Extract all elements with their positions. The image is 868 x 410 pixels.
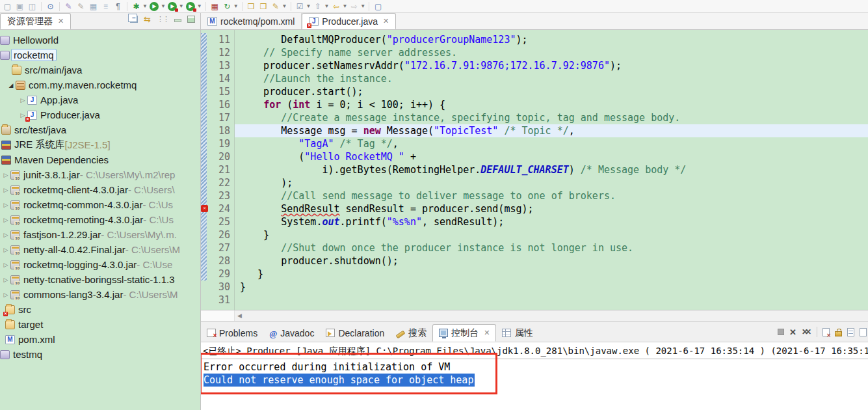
tab-javadoc[interactable]: @Javadoc [263, 324, 320, 342]
tab-producer-java[interactable]: JProducer.java✕ [302, 13, 396, 29]
code-line[interactable]: } [235, 280, 868, 294]
console-output-line[interactable]: Error occurred during initialization of … [204, 361, 868, 374]
chevron-collapsed-icon[interactable]: ▷ [1, 247, 10, 253]
toggle-mark-occurrences-icon[interactable]: ✎ [63, 1, 74, 12]
code-line[interactable]: producer.start(); [235, 85, 868, 98]
dropdown-arrow-icon[interactable]: ▼ [233, 3, 239, 9]
close-icon[interactable]: ✕ [484, 329, 490, 337]
dropdown-arrow-icon[interactable]: ▼ [360, 3, 365, 9]
clear-console-icon[interactable] [822, 328, 830, 336]
run-icon[interactable]: ▶ [149, 1, 160, 12]
code-line[interactable]: System.out.printf("%s%n", sendResult); [235, 215, 868, 228]
tree-item-rocketmq-common-4-3-0-jar[interactable]: ▷rocketmq-common-4.3.0.jar - C:\Us [0, 197, 200, 212]
code-line[interactable]: i).getBytes(RemotingHelper.DEFAULT_CHARS… [235, 163, 868, 176]
code-line[interactable]: DefaultMQProducer("producerGroupName123"… [235, 33, 868, 46]
tree-item-com-my-maven-rocketmq[interactable]: ◢com.my.maven.rocketmq [0, 77, 200, 92]
dropdown-arrow-icon[interactable]: ▼ [197, 3, 202, 9]
tab-搜索[interactable]: 搜索 [390, 324, 432, 342]
code-line[interactable]: } [235, 267, 868, 280]
chevron-collapsed-icon[interactable]: ▷ [1, 232, 10, 238]
tree-item-rocketmq-logging-4-3-0-jar[interactable]: ▷rocketmq-logging-4.3.0.jar - C:\Use [0, 257, 200, 272]
code-line[interactable]: producer.setNamesrvAddr("172.16.7.91:987… [235, 59, 868, 72]
code-line[interactable]: producer.shutdown(); [235, 254, 868, 267]
save-icon[interactable]: ▣ [14, 1, 25, 12]
tree-item-app-java[interactable]: ▷JApp.java [0, 92, 200, 107]
tree-item-rocketmq-client-4-3-0-jar[interactable]: ▷rocketmq-client-4.3.0.jar - C:\Users\ [0, 182, 200, 197]
error-marker-icon[interactable]: ✕ [201, 205, 208, 212]
dropdown-arrow-icon[interactable]: ▼ [161, 3, 166, 9]
terminate-icon[interactable] [778, 329, 784, 335]
collapse-all-icon[interactable] [130, 16, 138, 23]
maximize-icon[interactable] [187, 16, 195, 23]
debug-icon[interactable]: ✱ [131, 1, 142, 12]
brush-icon[interactable]: ✎ [270, 1, 282, 12]
chevron-collapsed-icon[interactable]: ▷ [1, 292, 10, 298]
dropdown-arrow-icon[interactable]: ▼ [324, 3, 329, 9]
open-folder-icon[interactable]: ❒ [246, 1, 257, 12]
chevron-expanded-icon[interactable]: ◢ [7, 82, 16, 89]
chevron-collapsed-icon[interactable]: ▷ [1, 262, 10, 268]
code-line[interactable]: ("Hello RocketMQ " + [235, 150, 868, 163]
run-external-icon[interactable]: ▶ [167, 1, 178, 12]
tree-item-rocketmq-remoting-4-3-0-jar[interactable]: ▷rocketmq-remoting-4.3.0.jar - C:\Us [0, 212, 200, 227]
dropdown-arrow-icon[interactable]: ▼ [342, 3, 347, 9]
code-line[interactable]: // Specify name server addresses. [235, 46, 868, 59]
chevron-collapsed-icon[interactable]: ▷ [18, 97, 27, 103]
refresh-icon[interactable]: ↻ [222, 1, 233, 12]
tree-item-target[interactable]: target [0, 317, 200, 332]
code-line[interactable]: "TagA" /* Tag */, [235, 137, 868, 150]
scroll-lock-icon[interactable] [835, 331, 842, 336]
preview-icon[interactable]: ≡ [100, 1, 111, 12]
code-line[interactable]: } [235, 228, 868, 241]
code-line[interactable]: for (int i = 0; i < 100; i++) { [235, 98, 868, 111]
code-editor[interactable]: 1112131415161718192021222324252627282930… [201, 30, 868, 310]
chevron-collapsed-icon[interactable]: ▷ [1, 172, 10, 178]
tab-declaration[interactable]: Declaration [320, 324, 390, 342]
dropdown-arrow-icon[interactable]: ▼ [179, 3, 184, 9]
remove-all-launches-icon[interactable]: ✕✕ [802, 328, 811, 336]
open-folder2-icon[interactable]: ❒ [258, 1, 269, 12]
task-icon[interactable]: ☑ [295, 1, 306, 12]
up-icon[interactable]: ⇧ [312, 1, 323, 12]
tab-resource-explorer[interactable]: 资源管理器 ✕ [0, 13, 71, 29]
tab-属性[interactable]: 属性 [496, 324, 538, 342]
code-line[interactable]: ); [235, 176, 868, 189]
tab-rocketmq-pom-xml[interactable]: Mrocketmq/pom.xml [201, 13, 302, 29]
code-line[interactable]: SendResult sendResult = producer.send(ms… [235, 202, 868, 215]
tree-item-netty-tcnative-boringssl-static-1-1-3[interactable]: ▷netty-tcnative-boringssl-static-1.1.3 [0, 272, 200, 287]
horizontal-scrollbar[interactable]: ◀ [201, 310, 868, 321]
tree-item-jre-系统库[interactable]: JRE 系统库 [J2SE-1.5] [0, 137, 200, 152]
last-edit-icon[interactable]: ▢ [373, 1, 384, 12]
save-all-icon[interactable]: ◫ [27, 1, 38, 12]
tree-item-src-main-java[interactable]: src/main/java [0, 62, 200, 77]
tree-item-src-test-java[interactable]: src/test/java [0, 122, 200, 137]
chevron-collapsed-icon[interactable]: ▷ [1, 202, 10, 208]
tree-item-netty-all-4-0-42-final-jar[interactable]: ▷netty-all-4.0.42.Final.jar - C:\Users\M [0, 242, 200, 257]
pin-console-icon[interactable] [860, 328, 867, 336]
dropdown-arrow-icon[interactable]: ▼ [142, 3, 148, 9]
back-icon[interactable]: ⇦ [330, 1, 341, 12]
format-icon[interactable]: ✎ [75, 1, 86, 12]
chevron-collapsed-icon[interactable]: ▷ [1, 277, 10, 283]
scroll-left-icon[interactable]: ◀ [235, 312, 244, 319]
dropdown-arrow-icon[interactable]: ▼ [282, 3, 287, 9]
code-lines[interactable]: DefaultMQProducer("producerGroupName123"… [235, 30, 868, 310]
word-wrap-icon[interactable] [847, 328, 854, 336]
code-line[interactable]: //Launch the instance. [235, 72, 868, 85]
tree-item-pom-xml[interactable]: Mpom.xml [0, 332, 200, 347]
chevron-collapsed-icon[interactable]: ▷ [1, 187, 10, 193]
close-icon[interactable]: ✕ [58, 17, 64, 25]
code-line[interactable]: //Create a message instance, specifying … [235, 111, 868, 124]
code-line[interactable]: Message msg = new Message("TopicTest" /*… [235, 124, 868, 137]
tree-item-rocketmq[interactable]: rocketmq [0, 48, 200, 62]
report-icon[interactable]: ▦ [88, 1, 99, 12]
search-icon[interactable]: ⊙ [45, 1, 56, 12]
tab-控制台[interactable]: 控制台✕ [432, 324, 496, 342]
tree-item-helloworld[interactable]: Helloworld [0, 33, 200, 48]
forward-icon[interactable]: ⇨ [349, 1, 360, 12]
code-line[interactable]: //Call send message to deliver message t… [235, 189, 868, 202]
console-output-line[interactable]: Could not reserve enough space for objec… [204, 374, 868, 387]
view-menu-icon[interactable]: ⋮⋮ [157, 16, 168, 23]
code-line[interactable] [235, 294, 868, 307]
remove-launch-icon[interactable]: ✕ [789, 328, 796, 336]
